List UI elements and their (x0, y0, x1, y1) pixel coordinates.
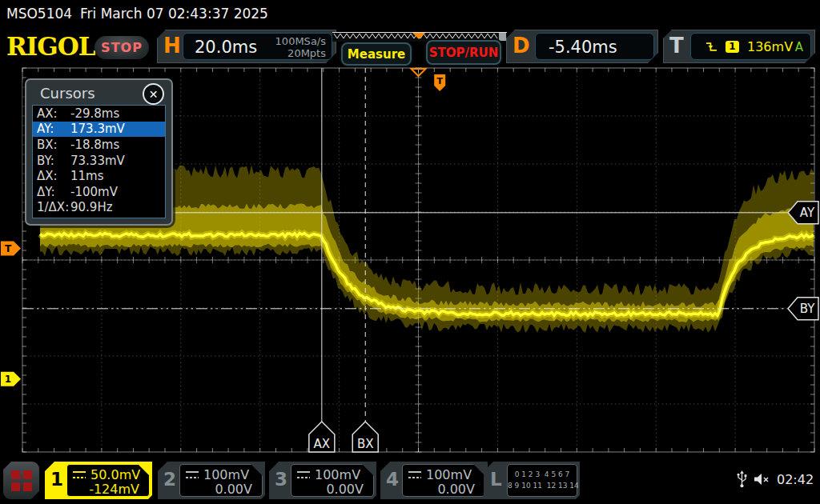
timebase-box: 20.0ms 100MSa/s 20Mpts (183, 33, 332, 60)
stop-run-button[interactable]: STOP/RUN (426, 40, 501, 65)
cursor-row[interactable]: AX:-29.8ms (33, 106, 165, 122)
trigger-panel[interactable]: T 1 136mV A (663, 30, 815, 63)
overview-handle[interactable] (499, 33, 506, 41)
cursor-row-value: 73.33mV (70, 154, 125, 168)
trigger-box: 1 136mV A (690, 33, 811, 60)
cursor-row[interactable]: BY:73.33mV (33, 153, 165, 169)
scope-text: T (436, 76, 443, 86)
cursor-row-value: -29.8ms (70, 106, 119, 121)
acquisition-status-badge: STOP (94, 36, 149, 59)
cursor-row-label: 1/ΔX: (37, 200, 70, 214)
scope-text: AX (314, 437, 331, 451)
horizontal-panel[interactable]: H 20.0ms 100MSa/s 20Mpts (157, 30, 336, 63)
cursor-list: AX:-29.8msAY:173.3mVBX:-18.8msBY:73.33mV… (32, 105, 166, 218)
delay-value: -5.40ms (549, 38, 617, 57)
datetime: Fri March 07 02:43:37 2025 (80, 6, 268, 22)
cursor-row-label: AX: (37, 106, 70, 121)
memory-depth: 20Mpts (275, 47, 326, 59)
sample-rate-info: 100MSa/s 20Mpts (275, 35, 326, 60)
trigger-level-value: 136mV (747, 39, 793, 54)
cursor-row-label: ΔX: (37, 169, 70, 183)
trigger-label: T (669, 34, 684, 58)
cursor-row-label: ΔY: (37, 185, 70, 199)
cursor-row-value: 11ms (70, 169, 104, 183)
cursor-row[interactable]: 1/ΔX:90.9Hz (33, 200, 165, 216)
timebase-value: 20.0ms (195, 38, 257, 57)
clock: 02:42 (777, 472, 814, 487)
cursor-row-value: -18.8ms (70, 138, 119, 152)
cursor-row[interactable]: AY:173.3mV (33, 122, 165, 138)
beeper-muted-icon (754, 473, 770, 486)
horizontal-label: H (163, 34, 181, 58)
cursors-panel-title: Cursors (40, 85, 95, 102)
delay-label: D (512, 34, 530, 58)
delay-panel[interactable]: D -5.40ms (506, 30, 658, 63)
measure-button[interactable]: Measure (341, 42, 412, 66)
model-name: MSO5104 (6, 6, 72, 22)
falling-edge-trigger-icon (705, 41, 718, 53)
rigol-logo: RIGOL (6, 32, 95, 61)
scope-text: 1 (5, 374, 11, 385)
cursor-row[interactable]: ΔY:-100mV (33, 184, 165, 200)
cursor-row-value: -100mV (70, 185, 118, 199)
trigger-source-badge: 1 (726, 41, 739, 53)
scope-text: T (5, 243, 12, 254)
cursor-row-value: 90.9Hz (70, 200, 113, 214)
cursor-row-value: 173.3mV (70, 122, 125, 136)
cursor-row[interactable]: BX:-18.8ms (33, 137, 165, 153)
cursor-row-label: BX: (37, 138, 70, 152)
cursors-panel[interactable]: Cursors ✕ AX:-29.8msAY:173.3mVBX:-18.8ms… (25, 78, 173, 226)
top-status-bar: MSO5104 Fri March 07 02:43:37 2025 (0, 0, 820, 26)
cursor-row-label: BY: (37, 154, 70, 168)
menu-grid-icon (11, 470, 32, 491)
delay-box: -5.40ms (535, 33, 654, 60)
cursor-row-label: AY: (37, 122, 70, 136)
scope-text: BX (357, 437, 374, 451)
trigger-mode: A (795, 40, 803, 54)
close-icon[interactable]: ✕ (143, 83, 164, 105)
scope-text: AY (800, 206, 815, 220)
usb-icon (737, 470, 747, 488)
cursor-row[interactable]: ΔX:11ms (33, 168, 165, 184)
scope-text: BY (800, 302, 815, 316)
scope-display[interactable]: AXBXAYBYT1T (0, 0, 820, 504)
menu-button[interactable] (3, 462, 39, 499)
sample-rate: 100MSa/s (275, 35, 326, 47)
